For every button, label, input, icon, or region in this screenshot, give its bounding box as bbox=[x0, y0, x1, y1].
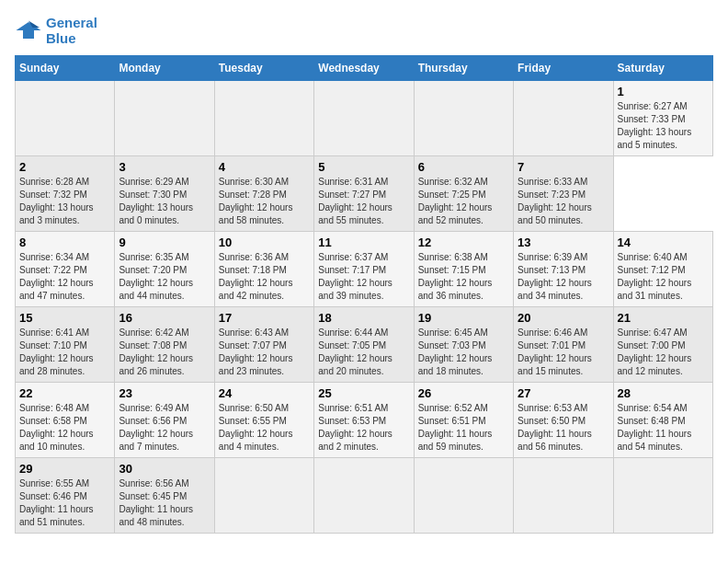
logo-text-general: General bbox=[46, 15, 97, 30]
day-info: Sunrise: 6:36 AMSunset: 7:18 PMDaylight:… bbox=[219, 251, 310, 303]
empty-day-cell bbox=[214, 81, 313, 156]
day-number: 21 bbox=[618, 311, 709, 325]
logo-text-blue: Blue bbox=[46, 30, 97, 46]
empty-day-cell bbox=[214, 458, 313, 534]
day-cell: 25Sunrise: 6:51 AMSunset: 6:53 PMDayligh… bbox=[314, 383, 414, 458]
empty-day-cell bbox=[16, 81, 115, 156]
weekday-header: Friday bbox=[514, 56, 613, 81]
day-number: 25 bbox=[318, 386, 409, 400]
day-info: Sunrise: 6:50 AMSunset: 6:55 PMDaylight:… bbox=[219, 402, 310, 454]
day-number: 18 bbox=[318, 311, 409, 325]
day-number: 5 bbox=[318, 160, 409, 174]
day-number: 11 bbox=[318, 236, 409, 249]
day-cell: 18Sunrise: 6:44 AMSunset: 7:05 PMDayligh… bbox=[314, 307, 414, 383]
svg-marker-0 bbox=[17, 22, 41, 39]
empty-day-cell bbox=[613, 458, 712, 534]
day-number: 16 bbox=[119, 311, 210, 325]
day-number: 29 bbox=[19, 462, 110, 476]
day-cell: 19Sunrise: 6:45 AMSunset: 7:03 PMDayligh… bbox=[414, 307, 513, 383]
day-number: 19 bbox=[418, 311, 509, 325]
empty-day-cell bbox=[514, 458, 613, 534]
day-number: 20 bbox=[518, 311, 609, 325]
weekday-header: Sunday bbox=[16, 56, 115, 81]
weekday-header: Monday bbox=[115, 56, 214, 81]
day-number: 2 bbox=[19, 160, 110, 174]
day-cell: 28Sunrise: 6:54 AMSunset: 6:48 PMDayligh… bbox=[613, 383, 712, 458]
day-number: 28 bbox=[618, 386, 709, 400]
day-number: 4 bbox=[219, 160, 310, 174]
empty-day-cell bbox=[414, 458, 513, 534]
day-number: 3 bbox=[119, 160, 210, 174]
day-number: 14 bbox=[618, 236, 709, 249]
day-cell: 11Sunrise: 6:37 AMSunset: 7:17 PMDayligh… bbox=[314, 232, 414, 307]
day-cell: 14Sunrise: 6:40 AMSunset: 7:12 PMDayligh… bbox=[613, 232, 712, 307]
logo: General Blue bbox=[15, 15, 97, 46]
day-info: Sunrise: 6:44 AMSunset: 7:05 PMDaylight:… bbox=[318, 327, 409, 378]
day-cell: 22Sunrise: 6:48 AMSunset: 6:58 PMDayligh… bbox=[16, 383, 115, 458]
day-number: 27 bbox=[518, 386, 609, 400]
day-cell: 2Sunrise: 6:28 AMSunset: 7:32 PMDaylight… bbox=[16, 156, 115, 232]
day-number: 30 bbox=[119, 462, 210, 476]
day-cell: 23Sunrise: 6:49 AMSunset: 6:56 PMDayligh… bbox=[115, 383, 214, 458]
day-number: 1 bbox=[618, 85, 709, 98]
day-info: Sunrise: 6:33 AMSunset: 7:23 PMDaylight:… bbox=[518, 176, 609, 227]
day-info: Sunrise: 6:48 AMSunset: 6:58 PMDaylight:… bbox=[19, 402, 110, 454]
day-info: Sunrise: 6:56 AMSunset: 6:45 PMDaylight:… bbox=[119, 477, 210, 529]
day-number: 17 bbox=[219, 311, 310, 325]
day-cell: 26Sunrise: 6:52 AMSunset: 6:51 PMDayligh… bbox=[414, 383, 513, 458]
day-info: Sunrise: 6:39 AMSunset: 7:13 PMDaylight:… bbox=[518, 251, 609, 303]
weekday-header: Tuesday bbox=[214, 56, 313, 81]
day-info: Sunrise: 6:28 AMSunset: 7:32 PMDaylight:… bbox=[19, 176, 110, 227]
day-number: 26 bbox=[418, 386, 509, 400]
day-cell: 9Sunrise: 6:35 AMSunset: 7:20 PMDaylight… bbox=[115, 232, 214, 307]
day-info: Sunrise: 6:55 AMSunset: 6:46 PMDaylight:… bbox=[19, 477, 110, 529]
day-cell: 17Sunrise: 6:43 AMSunset: 7:07 PMDayligh… bbox=[214, 307, 313, 383]
day-number: 13 bbox=[518, 236, 609, 249]
day-info: Sunrise: 6:49 AMSunset: 6:56 PMDaylight:… bbox=[119, 402, 210, 454]
day-cell: 13Sunrise: 6:39 AMSunset: 7:13 PMDayligh… bbox=[514, 232, 613, 307]
day-number: 23 bbox=[119, 386, 210, 400]
calendar-week-row: 8Sunrise: 6:34 AMSunset: 7:22 PMDaylight… bbox=[16, 232, 713, 307]
day-cell: 21Sunrise: 6:47 AMSunset: 7:00 PMDayligh… bbox=[613, 307, 712, 383]
day-number: 22 bbox=[19, 386, 110, 400]
day-number: 24 bbox=[219, 386, 310, 400]
empty-day-cell bbox=[514, 81, 613, 156]
day-cell: 30Sunrise: 6:56 AMSunset: 6:45 PMDayligh… bbox=[115, 458, 214, 534]
day-info: Sunrise: 6:43 AMSunset: 7:07 PMDaylight:… bbox=[219, 327, 310, 378]
day-info: Sunrise: 6:40 AMSunset: 7:12 PMDaylight:… bbox=[618, 251, 709, 303]
day-cell: 29Sunrise: 6:55 AMSunset: 6:46 PMDayligh… bbox=[16, 458, 115, 534]
logo-icon bbox=[15, 17, 42, 44]
day-number: 9 bbox=[119, 236, 210, 249]
day-info: Sunrise: 6:31 AMSunset: 7:27 PMDaylight:… bbox=[318, 176, 409, 227]
day-info: Sunrise: 6:37 AMSunset: 7:17 PMDaylight:… bbox=[318, 251, 409, 303]
day-cell: 12Sunrise: 6:38 AMSunset: 7:15 PMDayligh… bbox=[414, 232, 513, 307]
weekday-header: Wednesday bbox=[314, 56, 414, 81]
day-cell: 4Sunrise: 6:30 AMSunset: 7:28 PMDaylight… bbox=[214, 156, 313, 232]
empty-day-cell bbox=[314, 81, 414, 156]
calendar-body: 1Sunrise: 6:27 AMSunset: 7:33 PMDaylight… bbox=[16, 81, 713, 534]
calendar-table: SundayMondayTuesdayWednesdayThursdayFrid… bbox=[15, 55, 713, 534]
day-number: 10 bbox=[219, 236, 310, 249]
weekday-header: Thursday bbox=[414, 56, 513, 81]
page-header: General Blue bbox=[15, 15, 713, 46]
day-info: Sunrise: 6:29 AMSunset: 7:30 PMDaylight:… bbox=[119, 176, 210, 227]
day-cell: 3Sunrise: 6:29 AMSunset: 7:30 PMDaylight… bbox=[115, 156, 214, 232]
day-info: Sunrise: 6:46 AMSunset: 7:01 PMDaylight:… bbox=[518, 327, 609, 378]
day-cell: 5Sunrise: 6:31 AMSunset: 7:27 PMDaylight… bbox=[314, 156, 414, 232]
day-cell: 6Sunrise: 6:32 AMSunset: 7:25 PMDaylight… bbox=[414, 156, 513, 232]
day-info: Sunrise: 6:42 AMSunset: 7:08 PMDaylight:… bbox=[119, 327, 210, 378]
calendar-week-row: 1Sunrise: 6:27 AMSunset: 7:33 PMDaylight… bbox=[16, 81, 713, 156]
day-info: Sunrise: 6:34 AMSunset: 7:22 PMDaylight:… bbox=[19, 251, 110, 303]
calendar-week-row: 15Sunrise: 6:41 AMSunset: 7:10 PMDayligh… bbox=[16, 307, 713, 383]
day-info: Sunrise: 6:54 AMSunset: 6:48 PMDaylight:… bbox=[618, 402, 709, 454]
day-info: Sunrise: 6:47 AMSunset: 7:00 PMDaylight:… bbox=[618, 327, 709, 378]
weekday-header: Saturday bbox=[613, 56, 712, 81]
day-cell: 8Sunrise: 6:34 AMSunset: 7:22 PMDaylight… bbox=[16, 232, 115, 307]
day-info: Sunrise: 6:53 AMSunset: 6:50 PMDaylight:… bbox=[518, 402, 609, 454]
day-cell: 15Sunrise: 6:41 AMSunset: 7:10 PMDayligh… bbox=[16, 307, 115, 383]
day-number: 12 bbox=[418, 236, 509, 249]
empty-day-cell bbox=[414, 81, 513, 156]
calendar-header: SundayMondayTuesdayWednesdayThursdayFrid… bbox=[16, 56, 713, 81]
day-cell: 16Sunrise: 6:42 AMSunset: 7:08 PMDayligh… bbox=[115, 307, 214, 383]
day-info: Sunrise: 6:52 AMSunset: 6:51 PMDaylight:… bbox=[418, 402, 509, 454]
